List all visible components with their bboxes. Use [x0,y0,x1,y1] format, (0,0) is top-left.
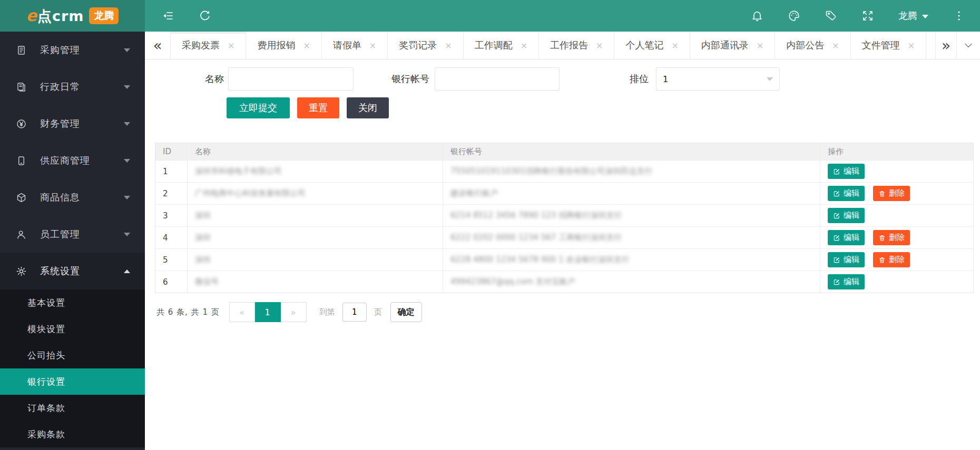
tab-label: 工作调配 [475,39,513,52]
sidebar-item-supplier[interactable]: 供应商管理 [0,142,145,179]
goto-page-label: 到第 [319,307,335,317]
user-name: 龙腾 [898,9,917,22]
edit-button[interactable]: 编辑 [828,186,865,201]
pagination-summary: 共 6 条, 共 1 页 [156,307,220,317]
sidebar-item-goods[interactable]: 商品信息 [0,179,145,216]
sidebar-subitem-bank[interactable]: 银行设置 [0,368,145,395]
edit-button[interactable]: 编辑 [828,164,865,179]
sidebar-subitem-company-title[interactable]: 公司抬头 [0,342,145,368]
edit-button[interactable]: 编辑 [828,208,865,223]
sidebar-item-admin[interactable]: 行政日常 [0,68,145,105]
tab-file-manage[interactable]: 文件管理× [850,32,926,59]
tab-close-icon[interactable]: × [596,41,603,51]
tab-work-report[interactable]: 工作报告× [538,32,614,59]
tab-personal-notes[interactable]: 个人笔记× [614,32,689,59]
tab-internal-contacts[interactable]: 内部通讯录× [690,32,775,59]
filter-form: 名称 银行帐号 排位 1 [155,67,970,91]
tab-truncated[interactable]: 库× [926,32,935,59]
edit-pencil-icon [833,190,840,197]
edit-pencil-icon [833,256,840,264]
cell-id: 6 [155,271,188,293]
cell-name-blurred: 微信号 [188,271,443,293]
tab-bar: « 采购发票×费用报销×请假单×奖罚记录×工作调配×工作报告×个人笔记×内部通讯… [145,32,980,59]
form-buttons: 立即提交 重置 关闭 [227,97,970,118]
pagination-buttons: « 1 » [229,302,307,322]
main-area: « 采购发票×费用报销×请假单×奖罚记录×工作调配×工作报告×个人笔记×内部通讯… [145,32,980,450]
logo-badge: 龙腾 [89,7,119,24]
caret-up-icon [124,269,130,273]
tab-leave-form[interactable]: 请假单× [321,32,387,59]
sidebar-item-system[interactable]: 系统设置 [0,253,145,289]
tab-close-icon[interactable]: × [228,41,234,51]
tag-icon[interactable] [825,9,837,22]
notification-bell-icon[interactable] [751,9,763,22]
tab-expense-claim[interactable]: 费用报销× [246,32,321,59]
cell-actions: 编辑删除 [820,183,973,204]
tab-close-icon[interactable]: × [671,41,678,51]
sidebar-item-finance[interactable]: 财务管理 [0,105,145,142]
tab-close-icon[interactable]: × [445,41,452,51]
tab-label: 奖罚记录 [399,39,437,52]
sidebar-item-label: 供应商管理 [40,154,90,167]
sidebar-item-purchase[interactable]: 采购管理 [0,32,145,68]
tab-close-icon[interactable]: × [757,41,763,51]
sidebar-menu: 采购管理行政日常财务管理供应商管理商品信息员工管理系统设置 [0,32,145,289]
tab-close-icon[interactable]: × [369,41,376,51]
brand-text: e点crm [26,6,84,26]
sidebar-subitem-order-terms[interactable]: 订单条款 [0,395,145,421]
tab-close-icon[interactable]: × [303,41,310,51]
next-page-button[interactable]: » [281,302,307,322]
goto-page-input[interactable] [342,303,367,322]
collapse-sidebar-icon[interactable] [162,9,174,22]
theme-palette-icon[interactable] [788,9,800,22]
cell-actions: 编辑 [820,205,973,226]
fullscreen-icon[interactable] [861,9,874,22]
sidebar-subitem-purchase-terms[interactable]: 采购条款 [0,421,145,447]
delete-button[interactable]: 删除 [873,186,910,201]
reset-button[interactable]: 重置 [297,97,339,118]
tab-work-assign[interactable]: 工作调配× [463,32,538,59]
tab-label: 内部通讯录 [701,39,749,52]
bank-account-input[interactable] [435,67,560,91]
tab-reward-record[interactable]: 奖罚记录× [387,32,463,59]
submit-button[interactable]: 立即提交 [227,97,290,118]
cube-icon [16,192,27,203]
delete-button[interactable]: 删除 [873,230,910,245]
rank-select[interactable]: 1 [656,67,780,91]
table-row: 2广州电商中心科技发展有限公司建设银行账户编辑删除 [155,182,973,204]
refresh-icon[interactable] [199,9,211,22]
tab-label: 请假单 [333,39,361,52]
app-window: e点crm 龙腾 龙腾 [0,0,980,450]
clipboard-icon [16,44,27,56]
tabs-scroll-left-button[interactable]: « [145,32,170,59]
delete-button[interactable]: 删除 [873,252,910,267]
page-unit-label: 页 [374,307,382,317]
page-number-button[interactable]: 1 [255,302,281,322]
cell-actions: 编辑 [820,271,973,293]
confirm-button[interactable]: 确定 [390,302,422,322]
rank-select-value: 1 [663,74,668,84]
prev-page-button[interactable]: « [229,302,255,322]
name-input[interactable] [228,67,354,91]
more-menu-icon[interactable] [953,9,965,22]
user-menu[interactable]: 龙腾 [898,9,928,22]
sidebar-item-label: 员工管理 [40,228,80,241]
sidebar-subitem-basic[interactable]: 基本设置 [0,289,145,316]
close-button[interactable]: 关闭 [347,97,389,118]
sidebar-item-label: 采购管理 [40,44,80,56]
tabs-dropdown-button[interactable] [956,32,980,59]
tab-close-icon[interactable]: × [832,41,839,51]
tab-close-icon[interactable]: × [908,41,915,51]
sidebar-subitem-module[interactable]: 模块设置 [0,316,145,342]
tab-purchase-invoice[interactable]: 采购发票× [170,32,246,59]
edit-button[interactable]: 编辑 [828,274,865,289]
sidebar: 采购管理行政日常财务管理供应商管理商品信息员工管理系统设置 基本设置模块设置公司… [0,32,145,450]
sidebar-item-staff[interactable]: 员工管理 [0,216,145,253]
edit-button[interactable]: 编辑 [828,252,865,267]
tab-internal-notice[interactable]: 内部公告× [775,32,850,59]
chevron-down-icon [963,40,974,51]
tab-close-icon[interactable]: × [521,41,527,51]
cell-name-blurred: 深圳 [188,249,443,271]
tabs-scroll-right-button[interactable]: » [935,32,956,59]
edit-button[interactable]: 编辑 [828,230,865,245]
